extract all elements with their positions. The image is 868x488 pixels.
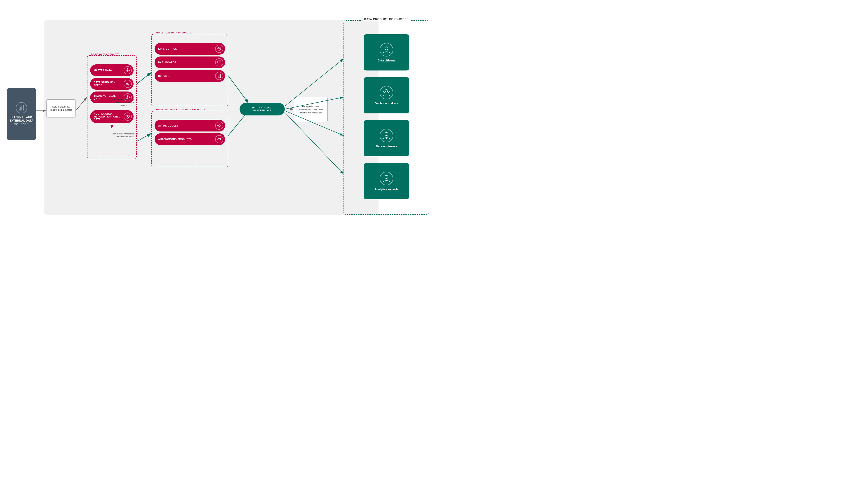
ai-ml-label: AI / ML MODELS xyxy=(158,124,213,127)
svg-point-28 xyxy=(217,125,218,126)
dashboards-label: DASHBOARDS xyxy=(158,61,213,64)
autonomous-icon xyxy=(215,135,223,143)
analytics-experts-avatar xyxy=(380,172,393,185)
svg-point-39 xyxy=(385,175,388,178)
svg-point-37 xyxy=(388,91,390,93)
svg-point-34 xyxy=(385,47,388,50)
kpis-label: KPIs, METRICS xyxy=(158,47,213,51)
kpis-icon xyxy=(215,45,223,53)
reports-pill: REPORTS xyxy=(155,70,225,82)
autonomous-pill: AUTONOMOUS PRODUCTS xyxy=(155,133,225,145)
data-citizens-label: Data citizens xyxy=(377,59,395,62)
consumers-panel: DATA PRODUCT CONSUMERS Data citizens xyxy=(343,20,429,215)
data-sources-label: INTERNAL AND EXTERNAL DATA SOURCES xyxy=(9,116,34,126)
data-engineers-avatar xyxy=(380,129,393,142)
dashboards-pill: DASHBOARDS xyxy=(155,57,225,68)
svg-point-27 xyxy=(219,127,220,128)
doc-box: Data products are documented to make the… xyxy=(294,97,328,122)
advanced-products-label: ADVANCED ANALYTICAL DATA PRODUCTS xyxy=(154,108,207,111)
decision-makers-card: Decision makers xyxy=(364,77,409,113)
data-engineers-card: Data engineers xyxy=(364,120,409,156)
master-data-icon xyxy=(124,66,132,74)
data-sources-icon xyxy=(16,102,27,113)
reports-icon xyxy=(215,72,223,80)
doc-label: Data products are documented to make the… xyxy=(296,105,325,115)
analytical-products-label: ANALYTICAL DATA PRODUCTS xyxy=(154,32,193,34)
svg-point-38 xyxy=(385,132,388,135)
svg-point-6 xyxy=(127,71,128,72)
reports-label: REPORTS xyxy=(158,74,213,77)
svg-point-17 xyxy=(127,117,129,119)
data-citizens-card: Data citizens xyxy=(364,34,409,70)
advanced-annotation: Data is directly ingested into data scie… xyxy=(110,132,140,138)
diagram-container: INTERNAL AND EXTERNAL DATA SOURCES Data … xyxy=(0,0,434,244)
analytics-annotation: Data is repurposed for analytics for dec… xyxy=(110,98,137,107)
basic-products-panel: BASIC DATA PRODUCTS MASTER DATA DATA xyxy=(87,55,137,159)
svg-point-26 xyxy=(219,124,220,125)
svg-rect-2 xyxy=(22,106,22,110)
decision-makers-avatar xyxy=(380,86,393,99)
svg-point-5 xyxy=(127,68,128,69)
data-streams-label: DATA STREAMS / FEEDS xyxy=(94,81,122,87)
advanced-products-panel: ADVANCED ANALYTICAL DATA PRODUCTS AI / M… xyxy=(151,111,228,167)
data-engineers-label: Data engineers xyxy=(376,144,397,148)
consumers-title: DATA PRODUCT CONSUMERS xyxy=(362,18,410,21)
data-catalog-box: DATA CATALOG / MARKETPLACE xyxy=(240,103,285,116)
aggregated-label: AGGREGATED / MERGED / ENRICHED DATA xyxy=(94,112,122,121)
analytics-experts-card: Analytics experts xyxy=(364,163,409,199)
svg-point-29 xyxy=(221,125,221,126)
svg-point-8 xyxy=(129,70,130,71)
svg-point-35 xyxy=(385,90,388,92)
data-citizens-avatar xyxy=(380,43,393,57)
data-sources-box: INTERNAL AND EXTERNAL DATA SOURCES xyxy=(7,88,36,140)
data-streams-pill: DATA STREAMS / FEEDS xyxy=(90,78,133,90)
catalog-label: DATA CATALOG / MARKETPLACE xyxy=(243,106,281,112)
ai-ml-pill: AI / ML MODELS xyxy=(155,120,225,131)
kpis-pill: KPIs, METRICS xyxy=(155,43,225,55)
dashboards-icon xyxy=(215,58,223,66)
svg-point-36 xyxy=(383,91,385,93)
svg-point-4 xyxy=(127,70,128,71)
basic-products-label: BASIC DATA PRODUCTS xyxy=(90,53,121,55)
cleanse-label: Data is cleansed, transformed & curated xyxy=(49,105,74,111)
svg-point-19 xyxy=(220,48,221,48)
data-streams-icon xyxy=(124,80,132,88)
svg-point-7 xyxy=(126,70,127,71)
ai-ml-icon xyxy=(215,122,223,130)
analytics-experts-label: Analytics experts xyxy=(374,188,399,191)
analytical-products-panel: ANALYTICAL DATA PRODUCTS KPIs, METRICS D… xyxy=(151,34,228,106)
svg-point-18 xyxy=(218,47,221,51)
decision-makers-label: Decision makers xyxy=(375,102,398,105)
master-data-label: MASTER DATA xyxy=(94,69,122,72)
svg-point-25 xyxy=(218,125,220,127)
master-data-pill: MASTER DATA xyxy=(90,64,133,76)
aggregated-pill: AGGREGATED / MERGED / ENRICHED DATA xyxy=(90,110,133,123)
cleanse-box: Data is cleansed, transformed & curated xyxy=(46,99,76,118)
aggregated-icon xyxy=(124,112,132,121)
autonomous-label: AUTONOMOUS PRODUCTS xyxy=(158,138,213,141)
